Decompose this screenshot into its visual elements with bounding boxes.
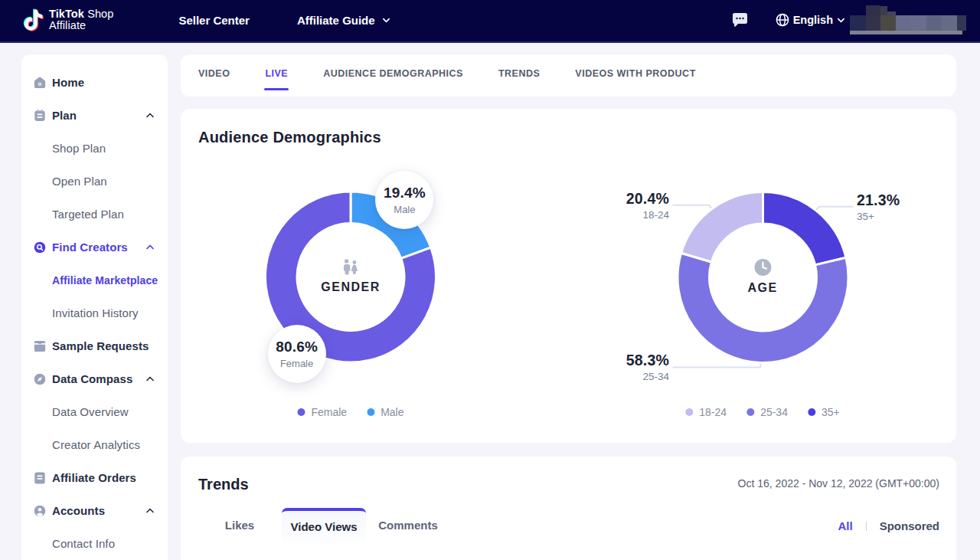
sidebar-item-invitation-history[interactable]: Invitation History	[21, 296, 168, 329]
sidebar-item-sample-requests[interactable]: Sample Requests	[21, 329, 168, 362]
tiktok-shop-affiliate-logo[interactable]: TikTok Shop Affiliate	[23, 8, 113, 31]
search-icon	[34, 241, 46, 254]
age-callout-18-24: 20.4% 18-24	[626, 190, 669, 221]
age-donut-center: AGE	[747, 258, 777, 295]
sidebar: Home Plan Shop Plan Open Plan Targeted P…	[21, 54, 168, 560]
sidebar-item-affiliate-marketplace[interactable]: Affiliate Marketplace	[21, 264, 168, 296]
age-legend: 18-24 25-34 35+	[685, 406, 839, 418]
age-callout-25-34: 58.3% 25-34	[626, 352, 669, 382]
trends-filters: All Sponsored	[838, 519, 939, 532]
sidebar-item-contact-info[interactable]: Contact Info	[21, 527, 168, 560]
chevron-up-icon	[145, 506, 155, 516]
tab-likes[interactable]: Likes	[198, 508, 282, 542]
legend-dot	[685, 408, 693, 416]
sidebar-item-find-creators[interactable]: Find Creators	[21, 231, 168, 264]
legend-dot	[297, 408, 305, 416]
tab-live[interactable]: LIVE	[265, 68, 288, 79]
box-icon	[34, 340, 46, 352]
tab-video-views[interactable]: Video Views	[282, 508, 366, 542]
trends-title: Trends	[198, 476, 249, 493]
tiktok-note-icon	[23, 8, 44, 31]
affiliate-guide-menu[interactable]: Affiliate Guide	[297, 14, 390, 27]
legend-dot	[746, 408, 754, 416]
filter-sponsored[interactable]: Sponsored	[880, 519, 939, 532]
redacted-account-info	[850, 5, 966, 34]
sidebar-item-open-plan[interactable]: Open Plan	[21, 165, 168, 198]
chat-icon[interactable]	[733, 13, 747, 27]
sidebar-item-data-overview[interactable]: Data Overview	[21, 395, 168, 428]
chevron-down-icon	[837, 16, 845, 25]
tab-comments[interactable]: Comments	[366, 508, 450, 542]
chevron-down-icon	[382, 16, 390, 25]
person-icon	[34, 505, 46, 517]
sidebar-item-creator-analytics[interactable]: Creator Analytics	[21, 428, 168, 461]
top-header: TikTok Shop Affiliate Seller Center Affi…	[0, 0, 980, 43]
plan-icon	[34, 110, 46, 122]
sidebar-item-affiliate-orders[interactable]: Affiliate Orders	[21, 461, 168, 494]
chevron-up-icon	[145, 375, 155, 384]
orders-icon	[34, 472, 46, 484]
legend-item: Female	[297, 406, 347, 418]
age-callout-35plus: 21.3% 35+	[857, 192, 900, 222]
gender-badge-male: 19.4% Male	[375, 171, 433, 229]
sidebar-item-accounts[interactable]: Accounts	[21, 494, 168, 527]
legend-item: Male	[367, 406, 403, 418]
tab-video[interactable]: VIDEO	[198, 68, 230, 79]
tab-trends[interactable]: TRENDS	[498, 68, 540, 79]
compass-icon	[34, 373, 46, 385]
filter-divider	[866, 522, 867, 531]
chevron-up-icon	[145, 243, 155, 252]
gender-icon	[341, 259, 360, 276]
gender-badge-female: 80.6% Female	[268, 325, 326, 383]
sidebar-item-shop-plan[interactable]: Shop Plan	[21, 132, 168, 165]
legend-item: 35+	[808, 406, 840, 418]
report-tabs: VIDEO LIVE AUDIENCE DEMOGRAPHICS TRENDS …	[181, 54, 956, 97]
legend-dot	[808, 408, 815, 416]
trends-tabs: Likes Video Views Comments	[198, 508, 450, 542]
tab-videos-with-product[interactable]: VIDEOS WITH PRODUCT	[575, 68, 695, 79]
sidebar-item-targeted-plan[interactable]: Targeted Plan	[21, 198, 168, 231]
globe-icon	[776, 13, 789, 27]
trends-card: Trends Oct 16, 2022 - Nov 12, 2022 (GMT+…	[181, 457, 956, 560]
legend-dot	[367, 408, 374, 416]
language-selector[interactable]: English	[776, 13, 845, 27]
donut-charts-canvas	[181, 109, 956, 443]
seller-center-link[interactable]: Seller Center	[178, 14, 250, 27]
gender-donut-center: GENDER	[321, 259, 380, 294]
tab-audience-demographics[interactable]: AUDIENCE DEMOGRAPHICS	[323, 68, 463, 79]
home-icon	[34, 77, 46, 89]
clock-icon	[753, 258, 772, 277]
legend-item: 18-24	[685, 406, 727, 418]
sidebar-item-data-compass[interactable]: Data Compass	[21, 362, 168, 395]
sidebar-item-plan[interactable]: Plan	[21, 99, 168, 132]
gender-legend: Female Male	[297, 406, 403, 418]
legend-item: 25-34	[746, 406, 788, 418]
date-range: Oct 16, 2022 - Nov 12, 2022 (GMT+00:00)	[738, 477, 939, 490]
sidebar-item-home[interactable]: Home	[21, 66, 168, 99]
logo-wordmark: TikTok Shop Affiliate	[49, 8, 113, 31]
audience-demographics-card: Audience Demographics GENDER AGE 19.4% M…	[181, 109, 956, 443]
chevron-up-icon	[145, 111, 155, 120]
filter-all[interactable]: All	[838, 519, 852, 532]
